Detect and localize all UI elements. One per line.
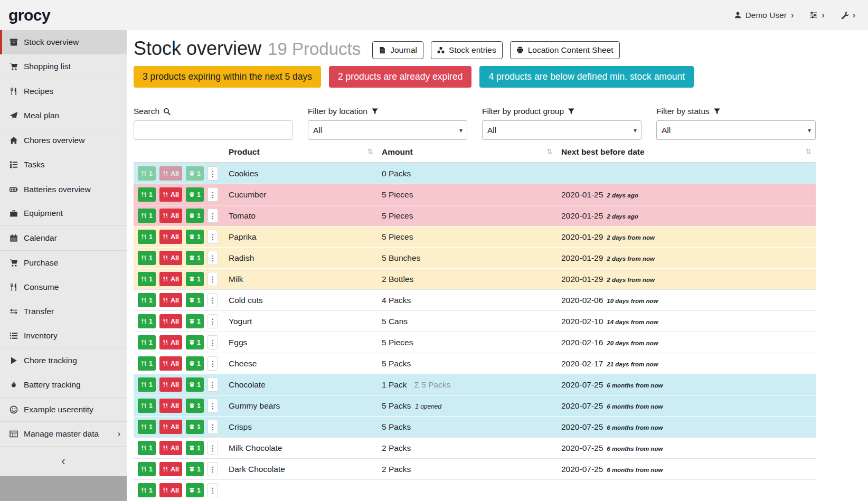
row-menu-button[interactable]: ⋮ (207, 166, 218, 181)
consume-all-button[interactable]: All (159, 166, 182, 181)
consume-all-button[interactable]: All (159, 293, 182, 307)
consume-all-button[interactable]: All (159, 483, 182, 497)
sort-icon[interactable]: ⇅ (367, 147, 373, 156)
row-menu-button[interactable]: ⋮ (207, 209, 218, 223)
consume-one-button[interactable]: 1 (138, 209, 156, 223)
journal-button[interactable]: Journal (372, 41, 423, 59)
sidebar-item-purchase[interactable]: Purchase (0, 251, 127, 275)
consume-all-button[interactable]: All (159, 314, 182, 328)
banner-info[interactable]: 4 products are below defined min. stock … (479, 66, 694, 88)
settings-menu[interactable]: › (809, 11, 824, 20)
consume-one-button[interactable]: 1 (138, 377, 156, 392)
consume-all-button[interactable]: All (159, 420, 182, 434)
row-menu-button[interactable]: ⋮ (207, 356, 218, 371)
consume-one-button[interactable]: 1 (138, 483, 156, 497)
consume-all-button[interactable]: All (159, 272, 182, 286)
row-menu-button[interactable]: ⋮ (207, 187, 218, 202)
open-one-button[interactable]: 1 (186, 462, 204, 476)
consume-all-button[interactable]: All (159, 335, 182, 349)
banner-danger[interactable]: 2 products are already expired (329, 66, 471, 88)
open-one-button[interactable]: 1 (186, 335, 204, 349)
admin-menu[interactable]: › (841, 11, 855, 20)
consume-all-button[interactable]: All (159, 377, 182, 392)
sidebar-item-recipes[interactable]: Recipes (0, 79, 127, 103)
open-one-button[interactable]: 1 (186, 377, 204, 392)
row-menu-button[interactable]: ⋮ (207, 399, 218, 413)
sort-icon[interactable]: ⇅ (546, 147, 553, 156)
consume-one-button[interactable]: 1 (138, 462, 156, 476)
search-input[interactable] (134, 120, 293, 140)
row-menu-button[interactable]: ⋮ (207, 272, 218, 286)
filter-by-status-select[interactable]: All▾ (656, 120, 816, 140)
consume-all-button[interactable]: All (159, 251, 182, 265)
sidebar-item-consume[interactable]: Consume (0, 275, 127, 299)
sidebar-item-example-userentity[interactable]: Example userentity (0, 398, 127, 422)
column-amount[interactable]: ⇅Amount (378, 144, 557, 163)
row-menu-button[interactable]: ⋮ (207, 230, 218, 244)
consume-one-button[interactable]: 1 (138, 293, 156, 307)
row-menu-button[interactable]: ⋮ (207, 462, 218, 476)
consume-one-button[interactable]: 1 (138, 187, 156, 202)
open-one-button[interactable]: 1 (186, 209, 204, 223)
sidebar-item-batteries-overview[interactable]: Batteries overview (0, 177, 127, 201)
row-menu-button[interactable]: ⋮ (207, 483, 218, 497)
sidebar-item-transfer[interactable]: Transfer (0, 299, 127, 324)
consume-one-button[interactable]: 1 (138, 166, 156, 181)
open-one-button[interactable]: 1 (186, 483, 204, 497)
row-menu-button[interactable]: ⋮ (207, 335, 218, 349)
sidebar-item-battery-tracking[interactable]: Battery tracking (0, 373, 127, 397)
open-one-button[interactable]: 1 (186, 166, 204, 181)
column-product[interactable]: ⇅Product (224, 144, 378, 163)
consume-all-button[interactable]: All (159, 230, 182, 244)
open-one-button[interactable]: 1 (186, 187, 204, 202)
sort-icon[interactable]: ⇅ (805, 147, 812, 156)
row-menu-button[interactable]: ⋮ (207, 441, 218, 455)
sidebar-item-calendar[interactable]: Calendar (0, 226, 127, 250)
row-menu-button[interactable]: ⋮ (207, 251, 218, 265)
consume-one-button[interactable]: 1 (138, 356, 156, 371)
sidebar-collapse-button[interactable]: ‹ (0, 447, 127, 476)
column-next-best-before-date[interactable]: ⇅Next best before date (557, 144, 816, 163)
sidebar-item-stock-overview[interactable]: Stock overview (0, 30, 127, 54)
consume-all-button[interactable]: All (159, 441, 182, 455)
stock-entries-button[interactable]: Stock entries (431, 41, 503, 59)
consume-one-button[interactable]: 1 (138, 230, 156, 244)
sidebar-item-shopping-list[interactable]: Shopping list (0, 54, 127, 79)
open-one-button[interactable]: 1 (186, 293, 204, 307)
sidebar-item-chore-tracking[interactable]: Chore tracking (0, 348, 127, 373)
open-one-button[interactable]: 1 (186, 356, 204, 371)
filter-by-location-select[interactable]: All▾ (308, 120, 467, 140)
consume-one-button[interactable]: 1 (138, 335, 156, 349)
sidebar-item-equipment[interactable]: Equipment (0, 202, 127, 226)
consume-all-button[interactable]: All (159, 356, 182, 371)
sidebar-item-tasks[interactable]: Tasks (0, 153, 127, 177)
open-one-button[interactable]: 1 (186, 399, 204, 413)
app-logo[interactable]: grocy (8, 6, 50, 24)
open-one-button[interactable]: 1 (186, 314, 204, 328)
sidebar-item-chores-overview[interactable]: Chores overview (0, 128, 127, 153)
open-one-button[interactable]: 1 (186, 272, 204, 286)
open-one-button[interactable]: 1 (186, 230, 204, 244)
open-one-button[interactable]: 1 (186, 441, 204, 455)
filter-by-product-group-select[interactable]: All▾ (482, 120, 641, 140)
location-content-sheet-button[interactable]: Location Content Sheet (510, 41, 620, 59)
consume-all-button[interactable]: All (159, 462, 182, 476)
consume-one-button[interactable]: 1 (138, 314, 156, 328)
consume-one-button[interactable]: 1 (138, 251, 156, 265)
consume-one-button[interactable]: 1 (138, 272, 156, 286)
consume-one-button[interactable]: 1 (138, 420, 156, 434)
consume-one-button[interactable]: 1 (138, 441, 156, 455)
open-one-button[interactable]: 1 (186, 251, 204, 265)
consume-one-button[interactable]: 1 (138, 399, 156, 413)
consume-all-button[interactable]: All (159, 187, 182, 202)
row-menu-button[interactable]: ⋮ (207, 420, 218, 434)
user-menu[interactable]: Demo User › (734, 11, 794, 20)
sidebar-item-inventory[interactable]: Inventory (0, 324, 127, 348)
banner-warning[interactable]: 3 products expiring within the next 5 da… (134, 66, 321, 88)
sidebar-item-meal-plan[interactable]: Meal plan (0, 103, 127, 128)
consume-all-button[interactable]: All (159, 399, 182, 413)
consume-all-button[interactable]: All (159, 209, 182, 223)
row-menu-button[interactable]: ⋮ (207, 293, 218, 307)
open-one-button[interactable]: 1 (186, 420, 204, 434)
row-menu-button[interactable]: ⋮ (207, 314, 218, 328)
